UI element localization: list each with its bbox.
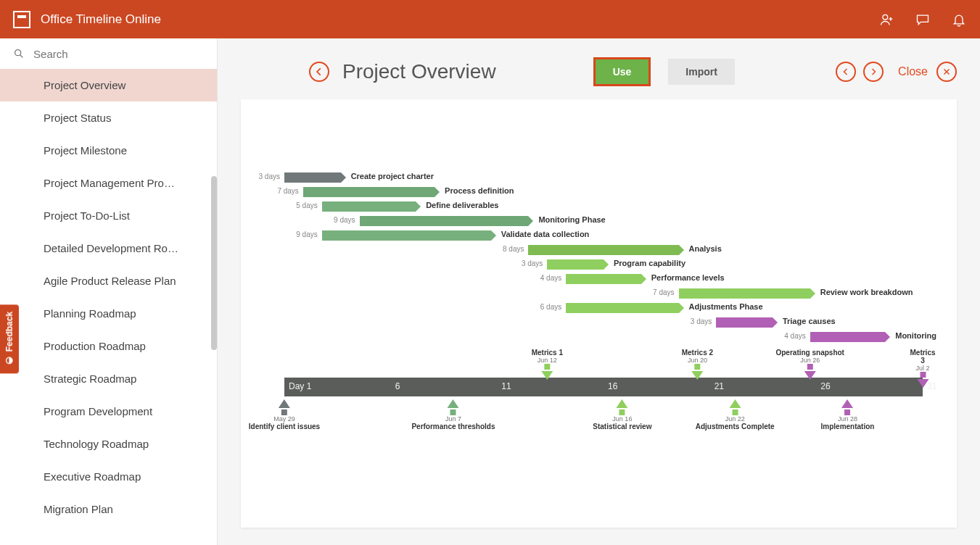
milestone-top: Metrics 3Jul 2 <box>910 349 935 389</box>
sidebar-item[interactable]: Agile Product Release Plan <box>0 265 217 297</box>
app-title: Office Timeline Online <box>41 12 161 27</box>
task-bar: 3 daysProgram capability <box>547 259 604 270</box>
task-label: Adjustments Phase <box>679 302 763 311</box>
task-label: Monitoring <box>885 331 936 340</box>
task-duration: 9 days <box>296 230 321 238</box>
main-panel: Project Overview Use Import Close <box>218 38 980 545</box>
task-bar: 3 daysCreate project charter <box>284 172 341 183</box>
task-bar: 4 daysMonitoring <box>810 331 886 343</box>
task-bar: 9 daysMonitoring Phase <box>360 215 529 227</box>
task-label: Create project charter <box>341 172 434 180</box>
task-bar: 5 daysDefine deliverables <box>322 201 416 212</box>
milestone-top: Metrics 1Jun 12 <box>532 349 563 381</box>
task-bar: 4 daysPerformance levels <box>566 273 641 285</box>
sidebar-item[interactable]: Project Management Pro… <box>0 167 217 199</box>
logo-icon <box>13 11 30 28</box>
bell-icon[interactable] <box>951 12 967 28</box>
task-label: Process definition <box>435 186 514 195</box>
task-duration: 4 days <box>540 274 566 282</box>
milestone-bottom: Jun 28Implementation <box>821 398 875 430</box>
sidebar-item[interactable]: Project Milestone <box>0 134 217 167</box>
sidebar-item[interactable]: Migration Plan <box>0 493 217 525</box>
task-duration: 3 days <box>522 259 547 267</box>
task-bar: 7 daysReview work breakdown <box>679 288 810 299</box>
task-bar: 7 daysProcess definition <box>303 186 435 198</box>
bulb-icon: ◐ <box>4 356 15 366</box>
milestone-top: Metrics 2Jun 20 <box>682 349 713 381</box>
template-sidebar: Project OverviewProject StatusProject Mi… <box>0 38 218 545</box>
milestone-bottom: Jun 7Performance thresholds <box>411 398 495 430</box>
sidebar-item[interactable]: Project Status <box>0 101 217 134</box>
task-label: Review work breakdown <box>810 288 913 296</box>
axis-tick: 16 <box>608 381 617 391</box>
task-duration: 3 days <box>691 317 716 325</box>
search-icon <box>13 47 25 60</box>
sidebar-scrollbar[interactable] <box>211 176 217 350</box>
milestone-bottom: Jun 22Adjustments Complete <box>696 398 775 430</box>
topbar: Project Overview Use Import Close <box>241 51 957 99</box>
comment-icon[interactable] <box>915 12 931 28</box>
milestone-bottom: May 29Identify client issues <box>249 398 320 430</box>
task-duration: 8 days <box>503 245 528 253</box>
task-label: Analysis <box>679 244 722 253</box>
prev-button[interactable] <box>836 62 856 82</box>
sidebar-item[interactable]: Project To-Do-List <box>0 199 217 232</box>
use-button[interactable]: Use <box>596 59 649 84</box>
milestone-bottom: Jun 16Statistical review <box>593 398 651 430</box>
task-bar: 6 daysAdjustments Phase <box>566 302 678 314</box>
task-bar: 3 daysTriage causes <box>716 317 773 328</box>
add-user-icon[interactable] <box>878 12 894 28</box>
task-label: Monitoring Phase <box>528 215 605 224</box>
page-title: Project Overview <box>342 60 496 83</box>
preview-canvas: Day 161116212631 3 daysCreate project ch… <box>241 99 957 528</box>
sidebar-item[interactable]: Strategic Roadmap <box>0 362 217 395</box>
next-button[interactable] <box>863 62 884 82</box>
nav-controls: Close <box>836 62 957 82</box>
task-label: Program capability <box>604 259 685 267</box>
sidebar-item[interactable]: Executive Roadmap <box>0 460 217 493</box>
task-bar: 9 daysValidate data collection <box>322 230 491 241</box>
task-duration: 7 days <box>277 187 302 195</box>
sidebar-item[interactable]: Detailed Development Ro… <box>0 232 217 265</box>
search-input[interactable] <box>33 48 204 60</box>
task-duration: 9 days <box>334 216 359 224</box>
task-label: Performance levels <box>641 273 725 282</box>
task-duration: 5 days <box>296 201 321 209</box>
app-header: Office Timeline Online <box>0 0 980 38</box>
search-row <box>0 38 217 69</box>
task-label: Define deliverables <box>416 201 498 209</box>
task-label: Validate data collection <box>491 230 590 238</box>
sidebar-item[interactable]: Production Roadmap <box>0 330 217 362</box>
task-duration: 6 days <box>540 303 566 311</box>
feedback-label: Feedback <box>4 312 15 351</box>
feedback-tab[interactable]: ◐ Feedback <box>0 304 19 373</box>
task-bar: 8 daysAnalysis <box>528 244 678 256</box>
axis-tick: 21 <box>715 381 724 391</box>
close-label[interactable]: Close <box>898 65 928 78</box>
svg-point-1 <box>15 50 21 56</box>
sidebar-item[interactable]: Technology Roadmap <box>0 428 217 460</box>
sidebar-item[interactable]: Planning Roadmap <box>0 297 217 330</box>
app-logo[interactable]: Office Timeline Online <box>13 11 161 28</box>
import-button[interactable]: Import <box>668 59 735 85</box>
task-duration: 4 days <box>784 332 810 340</box>
back-button[interactable] <box>309 62 329 82</box>
sidebar-item[interactable]: Project Overview <box>0 69 217 101</box>
axis-tick: 11 <box>501 381 511 391</box>
template-list: Project OverviewProject StatusProject Mi… <box>0 69 217 545</box>
milestone-top: Operating snapshotJun 26 <box>775 349 844 381</box>
axis-tick: 26 <box>820 381 830 391</box>
use-button-highlight: Use <box>593 57 651 86</box>
gantt-chart: Day 161116212631 3 daysCreate project ch… <box>263 172 935 462</box>
axis-tick: 6 <box>395 381 400 391</box>
task-duration: 7 days <box>653 288 678 296</box>
task-duration: 3 days <box>259 172 284 180</box>
close-button[interactable] <box>936 62 957 82</box>
axis-tick: Day 1 <box>289 381 311 391</box>
svg-point-0 <box>883 14 888 20</box>
task-label: Triage causes <box>773 317 836 325</box>
sidebar-item[interactable]: Program Development <box>0 395 217 428</box>
